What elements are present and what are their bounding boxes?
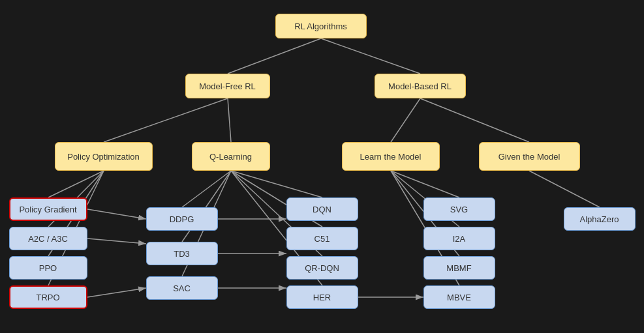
- node-given_model: Given the Model: [479, 142, 580, 171]
- node-ddpg: DDPG: [146, 207, 218, 231]
- svg-line-0: [228, 38, 321, 74]
- svg-line-19: [87, 288, 146, 297]
- node-qr_dqn: QR-DQN: [286, 256, 358, 280]
- node-mbve: MBVE: [423, 285, 495, 309]
- node-policy_opt: Policy Optimization: [55, 142, 153, 171]
- svg-line-24: [391, 171, 459, 197]
- node-i2a: I2A: [423, 227, 495, 250]
- diagram: RL AlgorithmsModel-Free RLModel-Based RL…: [3, 2, 642, 331]
- node-rl_algorithms: RL Algorithms: [275, 14, 367, 38]
- node-svg: SVG: [423, 197, 495, 221]
- svg-line-1: [321, 38, 420, 74]
- svg-line-2: [104, 98, 228, 142]
- svg-line-17: [87, 209, 146, 219]
- node-mbmf: MBMF: [423, 256, 495, 280]
- node-a2c: A2C / A3C: [9, 227, 87, 250]
- node-learn_model: Learn the Model: [342, 142, 440, 171]
- node-td3: TD3: [146, 242, 218, 265]
- node-model_based: Model-Based RL: [375, 74, 466, 98]
- svg-line-11: [182, 171, 231, 242]
- svg-line-13: [231, 171, 322, 197]
- svg-line-4: [391, 98, 420, 142]
- node-ppo: PPO: [9, 256, 87, 280]
- node-trpo: TRPO: [9, 285, 87, 309]
- node-alphazero: AlphaZero: [564, 207, 636, 231]
- svg-line-6: [48, 171, 104, 197]
- node-q_learning: Q-Learning: [192, 142, 270, 171]
- svg-line-3: [228, 98, 231, 142]
- svg-line-18: [87, 239, 146, 244]
- svg-line-5: [420, 98, 529, 142]
- svg-line-28: [529, 171, 600, 207]
- svg-line-10: [182, 171, 231, 207]
- node-c51: C51: [286, 227, 358, 250]
- node-policy_gradient: Policy Gradient: [9, 197, 87, 221]
- node-sac: SAC: [146, 276, 218, 300]
- node-model_free: Model-Free RL: [185, 74, 270, 98]
- node-her: HER: [286, 285, 358, 309]
- node-dqn: DQN: [286, 197, 358, 221]
